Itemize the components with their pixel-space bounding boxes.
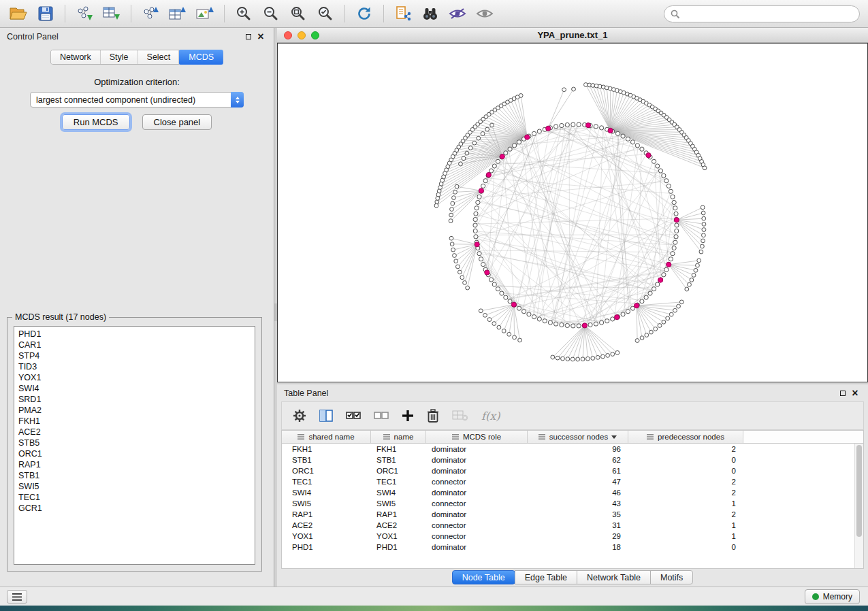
network-node[interactable] [479, 257, 483, 261]
network-node[interactable] [521, 310, 526, 314]
export-image-button[interactable] [192, 2, 218, 25]
memory-button[interactable]: Memory [805, 589, 860, 604]
mcds-result-item[interactable]: CAR1 [14, 340, 255, 350]
network-node[interactable] [507, 332, 511, 336]
tab-node-table[interactable]: Node Table [452, 570, 515, 584]
mcds-result-item[interactable]: TEC1 [14, 492, 255, 503]
network-node[interactable] [459, 162, 463, 166]
network-node[interactable] [656, 282, 660, 286]
network-dominator-node[interactable] [615, 315, 620, 320]
tab-network[interactable]: Network [51, 50, 100, 64]
network-canvas[interactable] [277, 43, 868, 382]
network-node[interactable] [644, 295, 648, 299]
network-node[interactable] [560, 123, 564, 127]
network-node[interactable] [615, 131, 620, 135]
network-node[interactable] [630, 140, 634, 144]
network-dominator-node[interactable] [582, 323, 587, 328]
network-node[interactable] [596, 355, 600, 359]
network-node[interactable] [492, 322, 496, 326]
network-node[interactable] [479, 309, 483, 313]
network-node[interactable] [537, 129, 541, 133]
network-dominator-node[interactable] [525, 135, 530, 139]
network-node[interactable] [513, 144, 517, 148]
network-node[interactable] [472, 141, 477, 145]
network-node[interactable] [451, 248, 455, 252]
network-node[interactable] [674, 212, 678, 216]
network-node[interactable] [640, 147, 644, 151]
zoom-out-button[interactable] [258, 2, 284, 25]
tab-select[interactable]: Select [138, 50, 180, 64]
network-node[interactable] [702, 233, 706, 237]
search-field[interactable] [664, 5, 860, 22]
network-dominator-node[interactable] [634, 303, 639, 308]
network-dominator-node[interactable] [658, 278, 663, 282]
zoom-window-button[interactable] [311, 31, 319, 39]
network-node[interactable] [449, 236, 453, 240]
mcds-result-item[interactable]: TID3 [14, 361, 255, 372]
network-node[interactable] [473, 229, 477, 233]
network-dominator-node[interactable] [479, 188, 483, 193]
network-node[interactable] [662, 320, 666, 324]
mcds-result-item[interactable]: ORC1 [14, 448, 255, 459]
network-node[interactable] [666, 316, 670, 320]
table-row[interactable]: SWI5SWI5connector431 [282, 498, 854, 509]
network-node[interactable] [565, 122, 569, 127]
network-node[interactable] [688, 282, 692, 286]
network-node[interactable] [671, 252, 675, 256]
column-header-successor-nodes[interactable]: successor nodes [528, 431, 628, 443]
table-scrollbar[interactable] [854, 444, 863, 568]
network-node[interactable] [591, 357, 595, 361]
network-node[interactable] [453, 254, 457, 258]
network-node[interactable] [492, 164, 496, 168]
select-all-button[interactable] [346, 410, 361, 422]
export-network-button[interactable] [138, 2, 163, 25]
network-node[interactable] [502, 329, 506, 333]
mcds-result-item[interactable]: PHD1 [14, 329, 255, 340]
network-node[interactable] [666, 184, 671, 188]
network-node[interactable] [450, 208, 454, 212]
mcds-result-item[interactable]: ACE2 [14, 427, 255, 437]
table-row[interactable]: TEC1TEC1connector472 [282, 476, 854, 487]
network-node[interactable] [669, 312, 673, 316]
mcds-result-item[interactable]: SWI5 [14, 481, 255, 492]
network-node[interactable] [694, 268, 698, 272]
delete-button[interactable] [427, 409, 439, 423]
hide-graphics-button[interactable] [445, 2, 470, 25]
network-node[interactable] [626, 137, 630, 141]
network-node[interactable] [701, 211, 705, 215]
network-node[interactable] [449, 219, 453, 223]
network-node[interactable] [517, 140, 521, 144]
export-table-button[interactable] [165, 2, 191, 25]
network-node[interactable] [500, 291, 504, 295]
network-node[interactable] [645, 333, 649, 337]
network-node[interactable] [434, 203, 438, 208]
network-node[interactable] [673, 240, 677, 244]
network-node[interactable] [699, 250, 703, 254]
network-node[interactable] [701, 244, 705, 248]
network-node[interactable] [577, 122, 581, 127]
close-window-button[interactable] [284, 31, 292, 39]
network-dominator-node[interactable] [585, 123, 590, 128]
network-node[interactable] [621, 312, 625, 316]
network-node[interactable] [483, 179, 487, 183]
add-row-button[interactable] [402, 410, 414, 422]
network-node[interactable] [571, 324, 575, 328]
network-node[interactable] [435, 200, 439, 204]
network-node[interactable] [658, 324, 662, 328]
network-node[interactable] [496, 287, 500, 291]
import-table-button[interactable] [99, 2, 125, 25]
mcds-result-item[interactable]: PMA2 [14, 405, 255, 416]
column-header-predecessor-nodes[interactable]: predecessor nodes [628, 431, 743, 443]
network-node[interactable] [551, 355, 555, 359]
network-node[interactable] [483, 313, 487, 317]
network-graph[interactable] [278, 44, 867, 382]
network-node[interactable] [566, 357, 570, 361]
network-node[interactable] [460, 276, 464, 280]
network-node[interactable] [561, 357, 565, 361]
table-row[interactable]: SWI4SWI4dominator462 [282, 487, 854, 498]
network-node[interactable] [571, 122, 575, 127]
close-table-panel-button[interactable]: × [849, 388, 861, 399]
network-node[interactable] [477, 252, 481, 256]
network-node[interactable] [455, 265, 460, 269]
network-node[interactable] [548, 320, 552, 325]
